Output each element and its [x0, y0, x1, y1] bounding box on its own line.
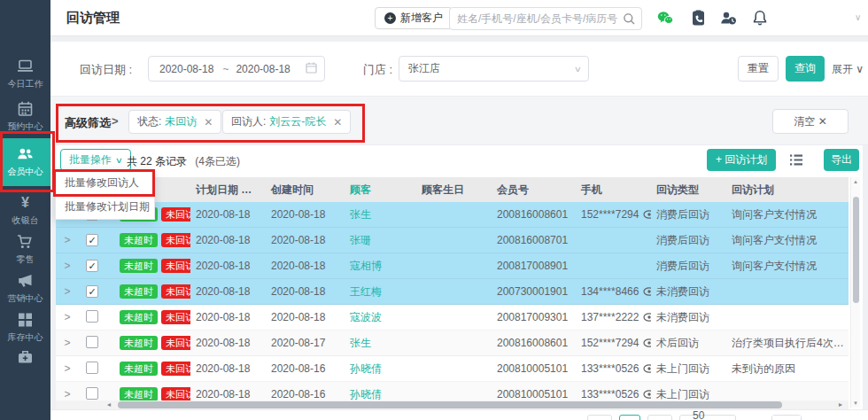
sidebar: 今日工作预约中心会员中心¥收银台零售营销中心库存中心: [0, 0, 50, 420]
row-customer-link[interactable]: 孙晓倩: [341, 362, 416, 377]
horizontal-scrollbar[interactable]: ◂ ▸: [56, 401, 849, 409]
export-button[interactable]: 导出: [824, 149, 859, 171]
row-expand-icon[interactable]: >: [56, 260, 79, 272]
add-customer-label: 新增客户: [400, 11, 443, 26]
wechat-icon[interactable]: [656, 10, 674, 27]
horizontal-scroll-thumb[interactable]: [118, 401, 782, 408]
record-count: 共 22 条记录 (4条已选): [127, 154, 240, 169]
row-member-no: 200810005101: [492, 362, 576, 375]
batch-operation-label: 批量操作: [69, 152, 112, 167]
clear-filters-button[interactable]: 清空 ✕: [772, 109, 849, 134]
call-task-icon[interactable]: [690, 10, 708, 27]
row-expand-icon[interactable]: >: [56, 362, 79, 375]
row-customer-link[interactable]: 张生: [341, 207, 416, 222]
eye-icon[interactable]: [643, 313, 651, 322]
query-button[interactable]: 查询: [786, 56, 825, 82]
sidebar-item-预约中心[interactable]: 预约中心: [0, 99, 50, 133]
sidebar-item-会员中心[interactable]: 会员中心: [0, 138, 50, 186]
row-customer-link[interactable]: 寇相博: [341, 259, 416, 274]
eye-icon[interactable]: [643, 210, 651, 219]
row-plan-date: 2020-08-18: [190, 362, 266, 375]
goto-page-input[interactable]: [772, 416, 801, 420]
row-checkbox[interactable]: ✓: [86, 234, 98, 246]
row-expand-icon[interactable]: >: [56, 285, 79, 298]
row-checkbox[interactable]: ✓: [86, 285, 98, 298]
app-root: 今日工作预约中心会员中心¥收银台零售营销中心库存中心 回访管理 + 新增客户 ∨: [0, 0, 868, 420]
expand-link[interactable]: 展开 ∨: [832, 62, 864, 77]
menu-item-edit-visitor[interactable]: 批量修改回访人: [56, 171, 154, 195]
row-visit-plan: 询问客户支付情况: [726, 259, 849, 274]
row-expand-icon[interactable]: >: [56, 311, 79, 323]
row-checkbox[interactable]: [86, 336, 98, 348]
row-status-cell: 未超时未回访: [104, 310, 190, 324]
row-expand-icon[interactable]: >: [56, 234, 79, 246]
sidebar-item-收银台[interactable]: ¥收银台: [0, 193, 50, 227]
sidebar-item-营销中心[interactable]: 营销中心: [0, 271, 50, 305]
row-create-date: 2020-08-18: [266, 260, 341, 272]
row-status-cell: 未超时未回访: [104, 284, 190, 299]
search-input[interactable]: [457, 8, 620, 29]
page-size-select[interactable]: 50 条/页 ∨: [679, 415, 736, 420]
user-menu-chevron-icon[interactable]: ∨: [855, 12, 861, 22]
scroll-up-icon[interactable]: ▲: [853, 179, 858, 184]
store-select[interactable]: 张江店 ∨: [399, 56, 589, 82]
row-visit-type: 消费后回访: [651, 233, 726, 248]
eye-icon[interactable]: [643, 338, 651, 347]
add-customer-button[interactable]: + 新增客户: [375, 7, 453, 29]
record-count-selected: (4条已选): [195, 155, 240, 167]
sidebar-item-库存中心[interactable]: 库存中心: [0, 310, 50, 344]
vertical-scrollbar[interactable]: ▲ ▼: [850, 177, 860, 408]
eye-icon[interactable]: [643, 390, 651, 399]
close-icon[interactable]: ✕: [204, 116, 213, 128]
row-expand-icon[interactable]: >: [56, 388, 79, 401]
sidebar-item-零售[interactable]: 零售: [0, 232, 50, 266]
eye-icon[interactable]: [643, 364, 651, 373]
sidebar-item-label: 零售: [0, 253, 50, 266]
column-header-10: 回访计划: [726, 177, 849, 202]
menu-item-edit-plan-date[interactable]: 批量修改计划日期: [56, 195, 154, 219]
row-expand-icon[interactable]: >: [56, 337, 79, 349]
customer-group-icon[interactable]: [720, 10, 738, 27]
batch-operation-button[interactable]: 批量操作 ∨: [60, 149, 131, 171]
batch-operation-menu: 批量修改回访人 批量修改计划日期: [55, 170, 155, 220]
visit-plan-button[interactable]: + 回访计划: [707, 149, 776, 171]
row-checkbox[interactable]: [86, 387, 98, 400]
row-member-no: 200816008601: [492, 208, 576, 221]
sidebar-item-medkit-icon[interactable]: [0, 347, 50, 366]
row-customer-link[interactable]: 寇波波: [341, 310, 416, 325]
store-value: 张江店: [399, 61, 440, 76]
row-customer-link[interactable]: 张生: [341, 336, 416, 351]
scroll-down-icon[interactable]: ▼: [853, 401, 858, 406]
row-visit-type: 未消费回访: [651, 284, 726, 299]
scroll-right-icon[interactable]: ▸: [839, 401, 842, 409]
column-settings-icon[interactable]: [788, 152, 804, 171]
notification-bell-icon[interactable]: [752, 10, 770, 27]
close-icon[interactable]: ✕: [333, 116, 342, 128]
row-checkbox[interactable]: ✓: [86, 260, 98, 272]
date-range-picker[interactable]: 2020-08-18 ~ 2020-08-18: [148, 56, 325, 82]
row-customer-link[interactable]: 王红梅: [341, 284, 416, 299]
status-badge-not-overdue: 未超时: [120, 387, 158, 401]
row-visit-type: 消费后回访: [651, 207, 726, 222]
row-visit-type: 术后回访: [651, 336, 726, 351]
sidebar-item-今日工作[interactable]: 今日工作: [0, 57, 50, 90]
tag-label: 状态:: [137, 114, 161, 129]
row-checkbox[interactable]: [86, 362, 98, 374]
prev-page-button[interactable]: <: [587, 415, 612, 420]
current-page-button[interactable]: 1: [619, 415, 640, 420]
eye-icon[interactable]: [643, 287, 651, 296]
date-start-value[interactable]: 2020-08-18: [149, 63, 219, 75]
next-page-button[interactable]: >: [647, 415, 672, 420]
scroll-left-icon[interactable]: ◂: [107, 401, 111, 409]
row-customer-link[interactable]: 张珊: [341, 233, 416, 248]
row-customer-link[interactable]: 孙晓倩: [341, 387, 416, 402]
advanced-filter-label[interactable]: 高级筛选: [65, 115, 111, 131]
reset-button[interactable]: 重置: [738, 56, 779, 82]
row-checkbox[interactable]: [86, 310, 98, 323]
megaphone-icon: [0, 273, 50, 290]
advanced-filter-bar: 高级筛选 > 状态: 未回访 ✕ 回访人: 刘云云-院长 ✕ 清空 ✕: [50, 96, 868, 145]
search-icon[interactable]: [623, 12, 636, 29]
vertical-scroll-thumb[interactable]: [853, 197, 859, 303]
row-member-no: 200817009301: [492, 311, 576, 323]
date-end-value[interactable]: 2020-08-18: [232, 63, 295, 75]
